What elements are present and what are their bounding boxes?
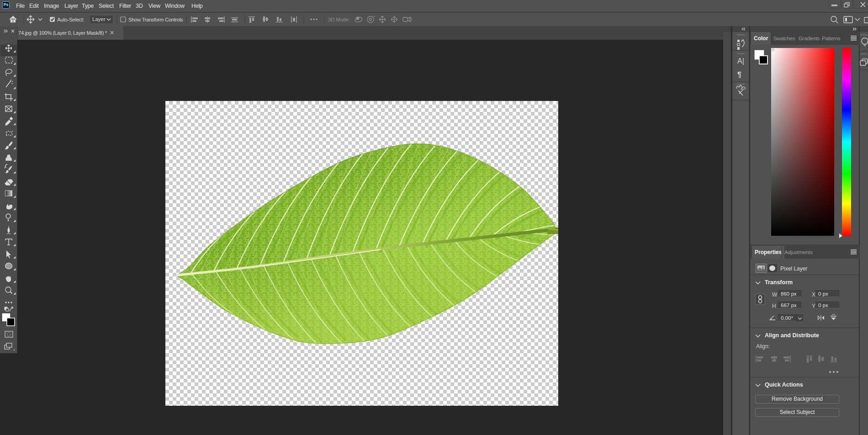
svg-text:Show Transform Controls: Show Transform Controls [128, 17, 183, 22]
svg-text:Layer: Layer [92, 16, 106, 22]
svg-text:Auto-Select:: Auto-Select: [57, 17, 84, 22]
svg-text:¶: ¶ [737, 71, 741, 79]
svg-text:A|: A| [737, 57, 744, 65]
svg-text:3D Mode:: 3D Mode: [328, 17, 350, 22]
